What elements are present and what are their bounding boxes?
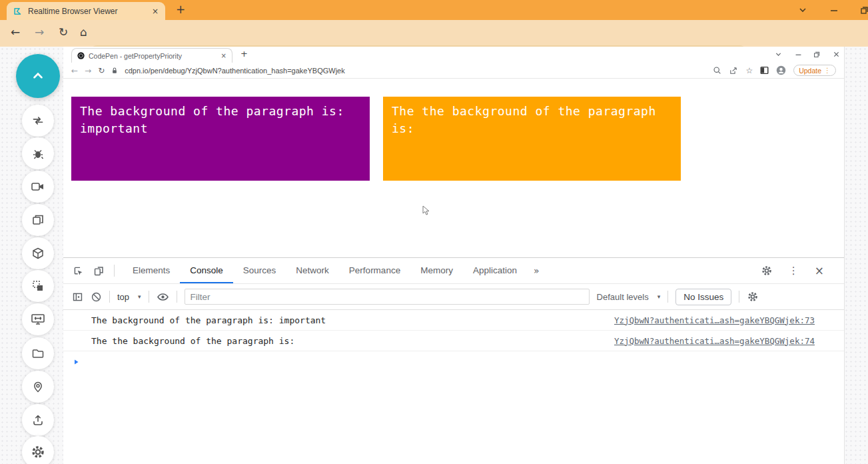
console-source-link[interactable]: YzjQbwN?authenticati…ash=gakeYBQGWjek:73 (614, 315, 844, 325)
package-box-icon (31, 247, 45, 260)
devtools-tab-application[interactable]: Application (463, 258, 527, 283)
inner-window-chevron-icon[interactable] (775, 51, 782, 58)
inner-new-tab-button[interactable]: + (240, 49, 248, 59)
home-icon[interactable]: ⌂ (80, 25, 87, 39)
outer-browser-tab[interactable]: Realtime Browser Viewer × (7, 2, 165, 20)
outer-new-tab-button[interactable]: + (176, 3, 185, 16)
devtools-panel: Elements Console Sources Network Perform… (63, 257, 844, 464)
forward-icon[interactable]: → (35, 25, 44, 39)
outer-window-minimize-icon[interactable] (829, 5, 839, 15)
inspect-element-icon[interactable] (73, 265, 84, 277)
devtools-tab-network[interactable]: Network (286, 258, 339, 283)
sidebar-item-snippet[interactable] (22, 270, 54, 302)
inner-forward-icon[interactable]: → (85, 66, 91, 75)
video-camera-icon (31, 180, 45, 193)
chevron-down-icon: ▾ (138, 293, 141, 300)
console-prompt-row[interactable] (63, 351, 844, 372)
devtools-tab-console[interactable]: Console (180, 258, 233, 283)
back-icon[interactable]: ← (11, 25, 20, 39)
sidebar-item-video-record[interactable] (22, 171, 54, 203)
device-toolbar-icon[interactable] (93, 265, 105, 277)
more-tabs-icon[interactable]: » (527, 265, 546, 276)
inner-tabstrip: CodePen - getPropertyPriority × + (63, 47, 844, 63)
bug-icon (31, 147, 45, 160)
devtools-tab-performance[interactable]: Performance (339, 258, 410, 283)
console-message-row: The background of the paragraph is: impo… (63, 310, 844, 331)
no-issues-button[interactable]: No Issues (675, 289, 731, 305)
devtools-menu-dots-icon[interactable]: ⋮ (789, 265, 799, 277)
sidebar-item-resolution[interactable] (22, 303, 54, 335)
inner-window-restore-icon[interactable] (813, 51, 821, 58)
sidebar-item-bug-report[interactable] (22, 137, 54, 169)
sidebar-item-location[interactable] (22, 371, 54, 403)
outer-window-restore-icon[interactable] (859, 5, 868, 15)
inner-browser-tab[interactable]: CodePen - getPropertyPriority × (71, 48, 232, 63)
devtools-settings-gear-icon[interactable] (761, 265, 773, 277)
devtools-close-icon[interactable]: × (815, 264, 824, 277)
sidebar-item-folder[interactable] (22, 337, 54, 369)
outer-toolbar: ← → ↻ ⌂ app.lambdatest.com/viewer/TES101… (0, 20, 868, 47)
folder-icon (31, 347, 45, 360)
zoom-icon[interactable] (713, 66, 721, 75)
inner-bookmark-star-icon[interactable]: ☆ (745, 66, 753, 75)
sidebar-item-switch[interactable] (22, 105, 54, 137)
sidebar-item-gallery[interactable] (22, 204, 54, 236)
gallery-icon (31, 213, 45, 227)
upload-icon (31, 413, 45, 427)
sidebar-item-settings[interactable] (22, 436, 54, 464)
inner-reload-icon[interactable]: ↻ (98, 66, 105, 75)
chevron-up-icon (31, 69, 45, 83)
chevron-down-icon: ▾ (657, 293, 661, 300)
monitor-resize-icon (31, 313, 45, 326)
devtools-tab-sources[interactable]: Sources (233, 258, 286, 283)
inner-lock-icon (111, 67, 118, 74)
sidebar-item-package[interactable] (22, 237, 54, 269)
gear-icon (31, 445, 45, 459)
console-message-text: The the background of the paragraph is: (91, 336, 294, 346)
console-context-selector[interactable]: top (117, 292, 129, 302)
sidebar-expand-button[interactable] (16, 54, 60, 98)
inner-side-panel-icon[interactable] (760, 66, 769, 75)
inner-share-icon[interactable] (729, 66, 738, 75)
log-levels-selector[interactable]: Default levels (597, 292, 649, 302)
viewer-workspace: CodePen - getPropertyPriority × + ← → ↻ (0, 47, 868, 464)
profile-avatar[interactable] (776, 65, 786, 75)
devtools-tab-elements[interactable]: Elements (123, 258, 180, 283)
console-filter-input[interactable] (185, 289, 590, 305)
inner-urlbar: ← → ↻ cdpn.io/pen/debug/YzjQbwN?authenti… (63, 63, 844, 79)
switch-icon (31, 113, 45, 128)
live-expression-eye-icon[interactable] (157, 292, 169, 302)
location-pin-icon (31, 380, 45, 393)
inner-back-icon[interactable]: ← (71, 66, 78, 75)
outer-window-chevron-icon[interactable] (798, 5, 807, 15)
console-source-link[interactable]: YzjQbwN?authenticati…ash=gakeYBQGWjek:74 (614, 336, 844, 346)
lambdatest-logo-icon (13, 7, 23, 16)
sidebar-item-upload[interactable] (22, 404, 54, 436)
outer-tab-title: Realtime Browser Viewer (28, 7, 147, 16)
outer-tab-close-icon[interactable]: × (152, 7, 159, 16)
orange-paragraph: The the background of the paragraph is: (383, 97, 681, 181)
clear-console-icon[interactable] (91, 291, 102, 303)
inner-window-close-icon[interactable] (833, 51, 840, 58)
console-settings-gear-icon[interactable] (747, 291, 759, 303)
inner-tab-title: CodePen - getPropertyPriority (89, 52, 217, 60)
inner-window-minimize-icon[interactable] (795, 51, 802, 58)
outer-titlebar: Realtime Browser Viewer × + (0, 0, 868, 20)
mouse-cursor-icon (422, 205, 430, 216)
purple-paragraph: The background of the paragraph is: impo… (71, 97, 370, 181)
update-label: Update (799, 67, 821, 75)
snippet-icon (31, 279, 45, 293)
console-prompt-chevron-icon (73, 358, 80, 366)
devtools-tabbar: Elements Console Sources Network Perform… (63, 258, 844, 283)
console-sidebar-toggle-icon[interactable] (72, 291, 83, 303)
update-menu-dots-icon: ⋮ (824, 67, 831, 74)
reload-icon[interactable]: ↻ (59, 25, 68, 39)
devtools-tab-memory[interactable]: Memory (410, 258, 463, 283)
inner-browser-window: CodePen - getPropertyPriority × + ← → ↻ (63, 47, 845, 464)
inner-url-text[interactable]: cdpn.io/pen/debug/YzjQbwN?authentication… (125, 67, 345, 75)
console-message-row: The the background of the paragraph is: … (63, 331, 844, 351)
console-toolbar: top ▾ Default levels ▾ No Issues (63, 283, 844, 310)
inner-tab-close-icon[interactable]: × (221, 52, 226, 59)
update-button[interactable]: Update ⋮ (793, 65, 836, 76)
codepen-favicon (77, 52, 85, 59)
